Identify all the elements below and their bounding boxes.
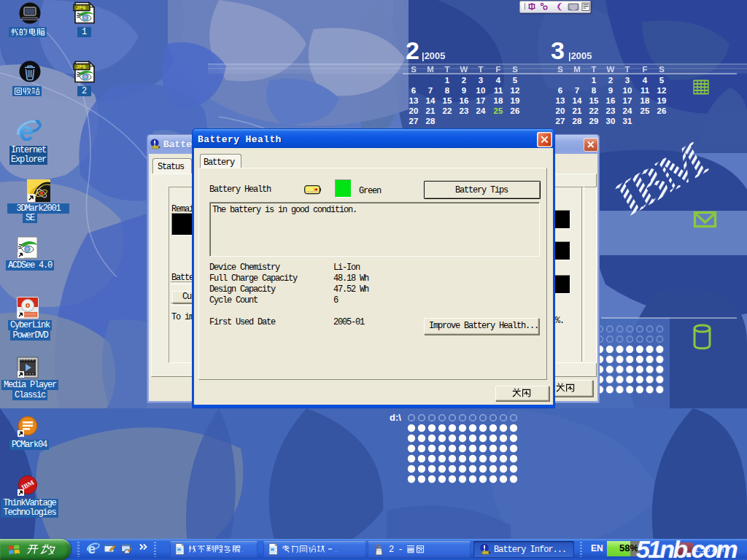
- svg-text:JPG: JPG: [76, 64, 86, 70]
- svg-text:6: 6: [558, 86, 562, 95]
- svg-text:13: 13: [556, 96, 565, 105]
- svg-text:26: 26: [657, 106, 667, 115]
- svg-text:23: 23: [606, 106, 616, 115]
- svg-text:2: 2: [406, 36, 419, 64]
- svg-text:22: 22: [443, 106, 452, 115]
- svg-text:M: M: [573, 65, 581, 74]
- svg-text:JPG: JPG: [76, 5, 86, 11]
- svg-text:5: 5: [659, 76, 665, 85]
- svg-text:6: 6: [411, 86, 416, 95]
- svg-text:W: W: [607, 65, 615, 74]
- svg-text:|2005: |2005: [568, 50, 592, 61]
- svg-text:22: 22: [589, 106, 599, 115]
- svg-text:13: 13: [409, 96, 419, 105]
- svg-text:17: 17: [476, 96, 486, 105]
- svg-text:12: 12: [657, 86, 667, 95]
- svg-text:31: 31: [623, 117, 632, 125]
- svg-text:25: 25: [494, 106, 503, 115]
- svg-text:F: F: [642, 65, 647, 74]
- svg-text:20: 20: [556, 106, 565, 115]
- svg-text:7: 7: [575, 86, 579, 95]
- svg-text:12: 12: [511, 86, 520, 95]
- svg-text:2: 2: [462, 76, 466, 85]
- svg-text:24: 24: [476, 106, 486, 115]
- svg-text:30: 30: [606, 117, 616, 125]
- svg-text:28: 28: [573, 117, 582, 125]
- svg-text:S: S: [411, 65, 417, 74]
- svg-text:8: 8: [592, 86, 597, 95]
- svg-text:11: 11: [640, 86, 650, 95]
- svg-text:F: F: [495, 65, 500, 74]
- svg-text:9: 9: [462, 86, 466, 95]
- svg-text:16: 16: [460, 96, 469, 105]
- svg-text:26: 26: [511, 106, 520, 115]
- svg-text:T: T: [478, 65, 483, 74]
- svg-text:18: 18: [640, 96, 650, 105]
- svg-text:21: 21: [426, 106, 436, 115]
- svg-text:20: 20: [409, 106, 419, 115]
- svg-text:T: T: [444, 65, 449, 74]
- svg-text:M: M: [427, 65, 434, 74]
- svg-text:27: 27: [556, 117, 565, 125]
- svg-text:27: 27: [409, 117, 419, 125]
- svg-text:28: 28: [426, 117, 436, 125]
- svg-text:S: S: [557, 65, 563, 74]
- svg-text:25: 25: [640, 106, 650, 115]
- svg-text:T: T: [591, 65, 596, 74]
- svg-text:1: 1: [445, 76, 450, 85]
- svg-text:24: 24: [623, 106, 632, 115]
- svg-text:15: 15: [589, 96, 599, 105]
- svg-text:7: 7: [428, 86, 433, 95]
- svg-text:S: S: [512, 65, 518, 74]
- svg-text:5: 5: [513, 76, 518, 85]
- svg-text:d:\: d:\: [390, 412, 401, 423]
- svg-text:1: 1: [592, 76, 597, 85]
- svg-text:14: 14: [573, 96, 582, 105]
- svg-text:14: 14: [426, 96, 436, 105]
- svg-text:15: 15: [443, 96, 452, 105]
- svg-text:S: S: [659, 65, 665, 74]
- svg-text:3: 3: [479, 76, 483, 85]
- svg-text:29: 29: [589, 117, 599, 125]
- svg-text:11: 11: [494, 86, 503, 95]
- svg-text:9: 9: [608, 86, 613, 95]
- svg-text:10: 10: [623, 86, 632, 95]
- svg-text:T: T: [624, 65, 630, 74]
- svg-text:19: 19: [657, 96, 667, 105]
- svg-text:4: 4: [643, 76, 648, 85]
- svg-text:21: 21: [573, 106, 582, 115]
- svg-text:2: 2: [608, 76, 613, 85]
- svg-text:10: 10: [476, 86, 486, 95]
- svg-text:8: 8: [445, 86, 450, 95]
- svg-text:18: 18: [494, 96, 503, 105]
- svg-text:4: 4: [496, 76, 501, 85]
- svg-text:W: W: [460, 65, 468, 74]
- svg-text:17: 17: [623, 96, 632, 105]
- svg-text:3: 3: [625, 76, 630, 85]
- svg-text:16: 16: [606, 96, 616, 105]
- svg-text:23: 23: [460, 106, 469, 115]
- svg-text:19: 19: [511, 96, 520, 105]
- svg-text:3: 3: [551, 36, 565, 64]
- svg-text:|2005: |2005: [422, 50, 446, 61]
